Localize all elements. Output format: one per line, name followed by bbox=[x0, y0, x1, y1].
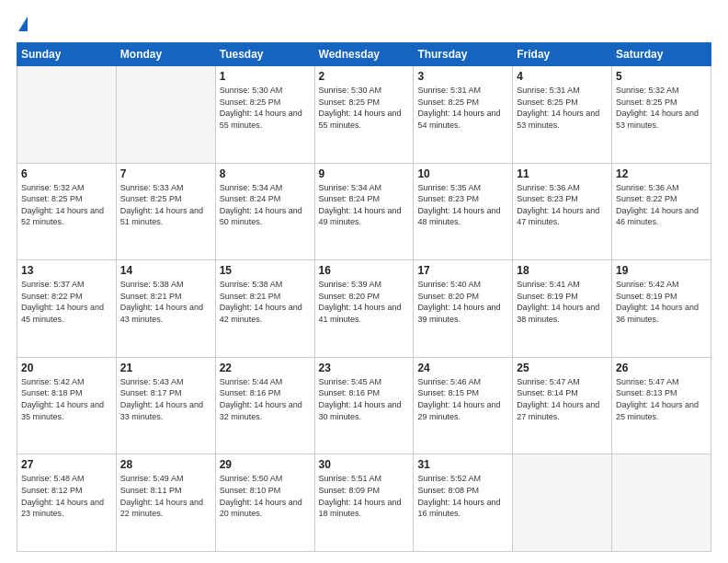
day-info: Sunrise: 5:50 AMSunset: 8:10 PMDaylight:… bbox=[220, 473, 311, 519]
day-info: Sunrise: 5:42 AMSunset: 8:18 PMDaylight:… bbox=[21, 376, 112, 422]
calendar-cell bbox=[513, 454, 612, 552]
day-info: Sunrise: 5:52 AMSunset: 8:08 PMDaylight:… bbox=[417, 473, 508, 519]
header bbox=[17, 17, 711, 33]
day-number: 30 bbox=[319, 458, 410, 471]
calendar-cell: 17Sunrise: 5:40 AMSunset: 8:20 PMDayligh… bbox=[414, 260, 513, 358]
day-info: Sunrise: 5:34 AMSunset: 8:24 PMDaylight:… bbox=[220, 182, 311, 228]
day-number: 23 bbox=[319, 362, 410, 374]
weekday-header-friday: Friday bbox=[513, 43, 612, 66]
weekday-header-tuesday: Tuesday bbox=[215, 43, 314, 66]
day-number: 29 bbox=[220, 458, 311, 471]
day-number: 26 bbox=[616, 362, 707, 374]
calendar-table: SundayMondayTuesdayWednesdayThursdayFrid… bbox=[17, 42, 711, 552]
day-number: 22 bbox=[220, 362, 311, 374]
calendar-cell: 22Sunrise: 5:44 AMSunset: 8:16 PMDayligh… bbox=[215, 357, 314, 454]
calendar-cell: 5Sunrise: 5:32 AMSunset: 8:25 PMDaylight… bbox=[612, 66, 711, 164]
day-info: Sunrise: 5:47 AMSunset: 8:13 PMDaylight:… bbox=[616, 376, 707, 422]
day-info: Sunrise: 5:32 AMSunset: 8:25 PMDaylight:… bbox=[21, 182, 112, 228]
calendar-cell: 18Sunrise: 5:41 AMSunset: 8:19 PMDayligh… bbox=[513, 260, 612, 358]
day-info: Sunrise: 5:36 AMSunset: 8:22 PMDaylight:… bbox=[616, 182, 707, 228]
day-number: 16 bbox=[319, 264, 410, 277]
day-number: 3 bbox=[417, 70, 508, 83]
day-number: 2 bbox=[319, 70, 410, 83]
day-info: Sunrise: 5:51 AMSunset: 8:09 PMDaylight:… bbox=[319, 473, 410, 519]
day-number: 5 bbox=[616, 70, 707, 83]
calendar-cell: 29Sunrise: 5:50 AMSunset: 8:10 PMDayligh… bbox=[215, 454, 314, 552]
day-number: 13 bbox=[21, 264, 112, 277]
calendar-cell: 27Sunrise: 5:48 AMSunset: 8:12 PMDayligh… bbox=[17, 454, 117, 552]
calendar-cell: 10Sunrise: 5:35 AMSunset: 8:23 PMDayligh… bbox=[414, 163, 513, 260]
calendar-cell: 11Sunrise: 5:36 AMSunset: 8:23 PMDayligh… bbox=[513, 163, 612, 260]
weekday-header-row: SundayMondayTuesdayWednesdayThursdayFrid… bbox=[17, 43, 711, 66]
day-info: Sunrise: 5:30 AMSunset: 8:25 PMDaylight:… bbox=[319, 85, 410, 131]
weekday-header-saturday: Saturday bbox=[612, 43, 711, 66]
calendar-cell: 4Sunrise: 5:31 AMSunset: 8:25 PMDaylight… bbox=[513, 66, 612, 164]
week-row-5: 27Sunrise: 5:48 AMSunset: 8:12 PMDayligh… bbox=[17, 454, 711, 552]
day-info: Sunrise: 5:45 AMSunset: 8:16 PMDaylight:… bbox=[319, 376, 410, 422]
day-number: 20 bbox=[21, 362, 112, 374]
calendar-cell: 1Sunrise: 5:30 AMSunset: 8:25 PMDaylight… bbox=[215, 66, 314, 164]
week-row-4: 20Sunrise: 5:42 AMSunset: 8:18 PMDayligh… bbox=[17, 357, 711, 454]
day-info: Sunrise: 5:33 AMSunset: 8:25 PMDaylight:… bbox=[120, 182, 211, 228]
day-number: 27 bbox=[21, 458, 112, 471]
day-info: Sunrise: 5:32 AMSunset: 8:25 PMDaylight:… bbox=[616, 85, 707, 131]
calendar-cell: 8Sunrise: 5:34 AMSunset: 8:24 PMDaylight… bbox=[215, 163, 314, 260]
day-info: Sunrise: 5:35 AMSunset: 8:23 PMDaylight:… bbox=[417, 182, 508, 228]
day-number: 28 bbox=[120, 458, 211, 471]
calendar-cell bbox=[116, 66, 215, 164]
page: SundayMondayTuesdayWednesdayThursdayFrid… bbox=[0, 0, 728, 563]
calendar-cell: 15Sunrise: 5:38 AMSunset: 8:21 PMDayligh… bbox=[215, 260, 314, 358]
calendar-cell: 16Sunrise: 5:39 AMSunset: 8:20 PMDayligh… bbox=[314, 260, 414, 358]
day-info: Sunrise: 5:31 AMSunset: 8:25 PMDaylight:… bbox=[417, 85, 508, 131]
day-number: 25 bbox=[517, 362, 608, 374]
day-number: 21 bbox=[120, 362, 211, 374]
day-number: 18 bbox=[517, 264, 608, 277]
logo-triangle-icon bbox=[18, 17, 28, 31]
calendar-cell: 21Sunrise: 5:43 AMSunset: 8:17 PMDayligh… bbox=[116, 357, 215, 454]
calendar-cell: 6Sunrise: 5:32 AMSunset: 8:25 PMDaylight… bbox=[17, 163, 117, 260]
calendar-cell: 25Sunrise: 5:47 AMSunset: 8:14 PMDayligh… bbox=[513, 357, 612, 454]
weekday-header-thursday: Thursday bbox=[414, 43, 513, 66]
day-number: 11 bbox=[517, 167, 608, 180]
calendar-cell: 2Sunrise: 5:30 AMSunset: 8:25 PMDaylight… bbox=[314, 66, 414, 164]
calendar-cell bbox=[17, 66, 117, 164]
day-info: Sunrise: 5:30 AMSunset: 8:25 PMDaylight:… bbox=[220, 85, 311, 131]
day-info: Sunrise: 5:38 AMSunset: 8:21 PMDaylight:… bbox=[120, 279, 211, 325]
weekday-header-sunday: Sunday bbox=[17, 43, 117, 66]
day-number: 6 bbox=[21, 167, 112, 180]
calendar-cell bbox=[612, 454, 711, 552]
calendar-cell: 24Sunrise: 5:46 AMSunset: 8:15 PMDayligh… bbox=[414, 357, 513, 454]
week-row-1: 1Sunrise: 5:30 AMSunset: 8:25 PMDaylight… bbox=[17, 66, 711, 164]
day-number: 15 bbox=[220, 264, 311, 277]
calendar-cell: 31Sunrise: 5:52 AMSunset: 8:08 PMDayligh… bbox=[414, 454, 513, 552]
calendar-cell: 13Sunrise: 5:37 AMSunset: 8:22 PMDayligh… bbox=[17, 260, 117, 358]
weekday-header-wednesday: Wednesday bbox=[314, 43, 414, 66]
weekday-header-monday: Monday bbox=[116, 43, 215, 66]
day-info: Sunrise: 5:46 AMSunset: 8:15 PMDaylight:… bbox=[417, 376, 508, 422]
calendar-cell: 19Sunrise: 5:42 AMSunset: 8:19 PMDayligh… bbox=[612, 260, 711, 358]
day-number: 7 bbox=[120, 167, 211, 180]
week-row-2: 6Sunrise: 5:32 AMSunset: 8:25 PMDaylight… bbox=[17, 163, 711, 260]
calendar-cell: 9Sunrise: 5:34 AMSunset: 8:24 PMDaylight… bbox=[314, 163, 414, 260]
day-info: Sunrise: 5:42 AMSunset: 8:19 PMDaylight:… bbox=[616, 279, 707, 325]
day-number: 10 bbox=[417, 167, 508, 180]
calendar-cell: 30Sunrise: 5:51 AMSunset: 8:09 PMDayligh… bbox=[314, 454, 414, 552]
day-info: Sunrise: 5:43 AMSunset: 8:17 PMDaylight:… bbox=[120, 376, 211, 422]
day-number: 12 bbox=[616, 167, 707, 180]
week-row-3: 13Sunrise: 5:37 AMSunset: 8:22 PMDayligh… bbox=[17, 260, 711, 358]
day-info: Sunrise: 5:41 AMSunset: 8:19 PMDaylight:… bbox=[517, 279, 608, 325]
day-info: Sunrise: 5:40 AMSunset: 8:20 PMDaylight:… bbox=[417, 279, 508, 325]
day-number: 9 bbox=[319, 167, 410, 180]
day-info: Sunrise: 5:31 AMSunset: 8:25 PMDaylight:… bbox=[517, 85, 608, 131]
day-info: Sunrise: 5:44 AMSunset: 8:16 PMDaylight:… bbox=[220, 376, 311, 422]
calendar-cell: 12Sunrise: 5:36 AMSunset: 8:22 PMDayligh… bbox=[612, 163, 711, 260]
calendar-cell: 3Sunrise: 5:31 AMSunset: 8:25 PMDaylight… bbox=[414, 66, 513, 164]
day-number: 8 bbox=[220, 167, 311, 180]
day-info: Sunrise: 5:48 AMSunset: 8:12 PMDaylight:… bbox=[21, 473, 112, 519]
day-number: 1 bbox=[220, 70, 311, 83]
calendar-cell: 14Sunrise: 5:38 AMSunset: 8:21 PMDayligh… bbox=[116, 260, 215, 358]
day-info: Sunrise: 5:37 AMSunset: 8:22 PMDaylight:… bbox=[21, 279, 112, 325]
day-info: Sunrise: 5:39 AMSunset: 8:20 PMDaylight:… bbox=[319, 279, 410, 325]
day-number: 4 bbox=[517, 70, 608, 83]
day-info: Sunrise: 5:34 AMSunset: 8:24 PMDaylight:… bbox=[319, 182, 410, 228]
